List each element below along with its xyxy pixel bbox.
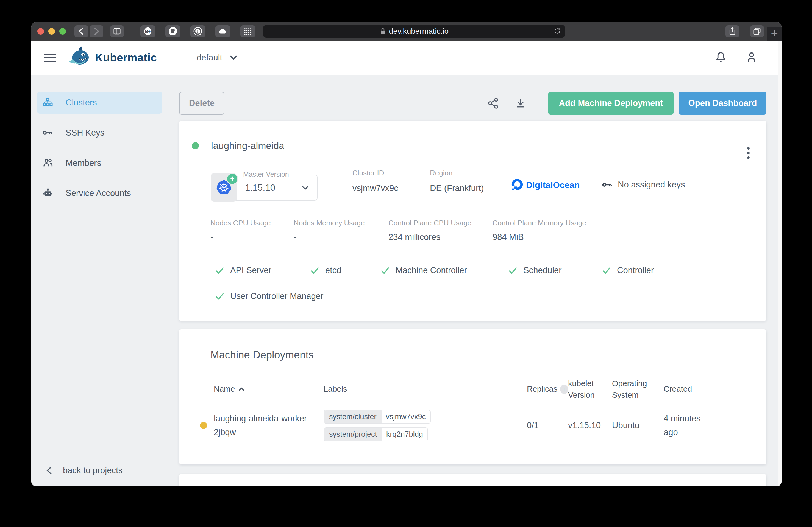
sidebar-icon <box>113 27 121 36</box>
cluster-detail-page: Delete Add Machine Deployment Open Dashb… <box>179 75 782 486</box>
minimize-window-button[interactable] <box>48 28 55 34</box>
master-version-value: 1.15.10 <box>245 182 275 193</box>
check-icon <box>215 291 225 301</box>
cluster-details-row: Master Version 1.15.10 Cluster ID vsjmw7… <box>211 169 766 202</box>
extensions-grid-button[interactable] <box>240 25 255 37</box>
open-dashboard-button[interactable]: Open Dashboard <box>679 92 766 115</box>
tab-overview-button[interactable] <box>750 25 764 37</box>
cluster-health-section: API Server etcd Machine Controller <box>179 252 766 301</box>
chevron-right-icon <box>93 27 100 35</box>
provider-field: DigitalOcean <box>511 179 602 191</box>
deployment-operating-system: Ubuntu <box>612 421 664 431</box>
forward-button[interactable] <box>89 25 103 37</box>
cluster-actions-menu-button[interactable] <box>745 146 751 161</box>
cluster-id-label: Cluster ID <box>352 169 430 177</box>
master-version-label: Master Version <box>240 170 292 178</box>
deployment-name: laughing-almeida-worker-2jbqw <box>214 412 323 439</box>
nodes-cpu-usage: Nodes CPU Usage - <box>211 219 294 242</box>
browser-window: B+ dev.kubermatic.io + <box>31 22 782 486</box>
deployment-kubelet-version: v1.15.10 <box>568 421 612 431</box>
project-selector[interactable]: default <box>197 53 237 63</box>
control-plane-cpu-usage: Control Plane CPU Usage 234 millicores <box>388 219 493 242</box>
sort-ascending-icon <box>238 387 245 391</box>
master-version-select[interactable]: 1.15.10 <box>233 175 318 201</box>
download-kubeconfig-button[interactable] <box>515 97 526 109</box>
reload-icon <box>553 27 561 35</box>
page-scrollbar[interactable] <box>778 41 782 486</box>
onepassword-extension-button[interactable] <box>190 25 205 37</box>
region-value: DE (Frankfurt) <box>430 182 511 195</box>
new-tab-button[interactable]: + <box>767 27 782 41</box>
cluster-card: laughing-almeida <box>179 121 766 321</box>
address-bar[interactable]: dev.kubermatic.io <box>263 25 565 37</box>
delete-cluster-button[interactable]: Delete <box>179 92 224 115</box>
notifications-button[interactable] <box>714 51 727 64</box>
health-item: API Server <box>215 266 310 275</box>
bitwarden-extension-button[interactable]: B+ <box>140 25 155 37</box>
back-button[interactable] <box>74 25 88 37</box>
reload-button[interactable] <box>553 27 561 36</box>
add-machine-deployment-button[interactable]: Add Machine Deployment <box>548 92 673 115</box>
back-to-projects-label: back to projects <box>63 466 122 476</box>
key-icon <box>602 179 613 190</box>
kubernetes-version-badge <box>211 173 237 202</box>
cluster-stats-row: Nodes CPU Usage - Nodes Memory Usage - C… <box>211 219 766 242</box>
next-card-partial <box>179 474 766 486</box>
cloud-extension-icon <box>218 27 228 36</box>
zoom-window-button[interactable] <box>59 28 66 34</box>
cluster-status-dot <box>192 142 199 149</box>
chevron-left-icon <box>45 466 53 475</box>
tabs-icon <box>753 27 762 36</box>
bitwarden-extension-icon: B+ <box>143 27 153 36</box>
column-header-name[interactable]: Name <box>214 385 323 394</box>
share-page-button[interactable] <box>725 25 739 37</box>
column-header-replicas: Replicas i <box>527 385 568 394</box>
check-icon <box>215 266 225 275</box>
machine-deployment-row[interactable]: laughing-almeida-worker-2jbqw system/clu… <box>179 403 766 448</box>
bell-icon <box>714 51 727 64</box>
region-label: Region <box>430 169 511 177</box>
sidebar-item-clusters[interactable]: Clusters <box>37 92 162 114</box>
control-plane-memory-usage: Control Plane Memory Usage 984 MiB <box>493 219 586 242</box>
cloud-extension-button[interactable] <box>215 25 230 37</box>
label-chip: system/project krq2n7bldg <box>323 427 428 441</box>
deployment-replicas: 0/1 <box>527 421 568 431</box>
kubermatic-app: Kubermatic default <box>31 41 782 486</box>
machine-deployments-card: Machine Deployments Name Labels Replicas <box>179 329 766 464</box>
ssh-keys-value: No assigned keys <box>618 180 685 190</box>
label-chip: system/cluster vsjmw7vx9c <box>323 410 431 424</box>
close-window-button[interactable] <box>37 28 44 34</box>
column-header-kubelet-version: kubelet Version <box>568 378 612 401</box>
kubermatic-logo <box>67 46 91 70</box>
user-icon <box>745 51 758 64</box>
column-header-created: Created <box>664 385 724 394</box>
project-sidebar: Clusters SSH Keys Members <box>31 75 179 486</box>
check-icon <box>508 266 518 275</box>
ssh-keys-field: No assigned keys <box>602 179 685 190</box>
check-icon <box>601 266 611 275</box>
info-icon[interactable]: i <box>560 385 568 394</box>
members-icon <box>42 157 53 168</box>
stop-hand-extension-button[interactable] <box>165 25 180 37</box>
master-version-control: Master Version 1.15.10 <box>211 173 318 202</box>
health-item: User Controller Manager <box>215 291 323 301</box>
browser-toolbar: B+ dev.kubermatic.io + <box>31 22 782 41</box>
sidebar-item-label: Members <box>66 158 101 168</box>
cluster-icon <box>42 97 53 108</box>
region-field: Region DE (Frankfurt) <box>430 169 511 195</box>
upgrade-available-icon[interactable] <box>227 174 237 184</box>
lock-icon <box>380 28 386 35</box>
column-header-labels: Labels <box>323 385 527 394</box>
menu-button[interactable] <box>44 54 56 62</box>
sidebar-item-label: Service Accounts <box>66 188 131 198</box>
sidebar-toggle-button[interactable] <box>110 25 124 37</box>
sidebar-item-service-accounts[interactable]: Service Accounts <box>37 182 162 204</box>
share-cluster-button[interactable] <box>487 97 499 109</box>
sidebar-item-members[interactable]: Members <box>37 152 162 174</box>
back-to-projects-link[interactable]: back to projects <box>45 466 122 476</box>
deployment-labels: system/cluster vsjmw7vx9c system/project… <box>323 410 527 441</box>
sidebar-item-ssh-keys[interactable]: SSH Keys <box>37 122 162 144</box>
onepassword-extension-icon <box>193 27 202 36</box>
account-button[interactable] <box>745 51 758 64</box>
digitalocean-icon <box>511 179 523 191</box>
